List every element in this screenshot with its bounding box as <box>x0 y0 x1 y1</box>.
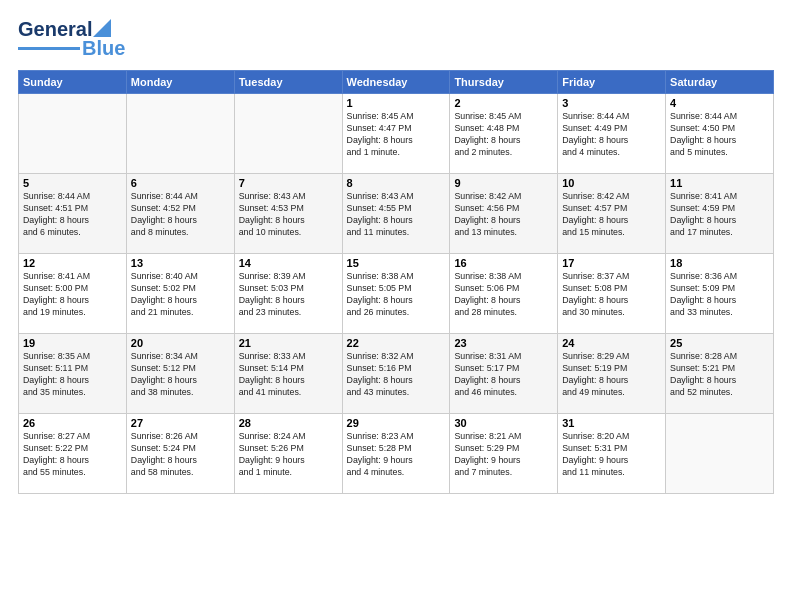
day-info: Sunrise: 8:35 AM Sunset: 5:11 PM Dayligh… <box>23 351 122 399</box>
day-info: Sunrise: 8:37 AM Sunset: 5:08 PM Dayligh… <box>562 271 661 319</box>
day-number: 2 <box>454 97 553 109</box>
calendar-cell: 12Sunrise: 8:41 AM Sunset: 5:00 PM Dayli… <box>19 254 127 334</box>
day-number: 19 <box>23 337 122 349</box>
day-number: 7 <box>239 177 338 189</box>
calendar-cell: 3Sunrise: 8:44 AM Sunset: 4:49 PM Daylig… <box>558 94 666 174</box>
calendar-cell: 9Sunrise: 8:42 AM Sunset: 4:56 PM Daylig… <box>450 174 558 254</box>
day-info: Sunrise: 8:38 AM Sunset: 5:06 PM Dayligh… <box>454 271 553 319</box>
calendar-cell: 21Sunrise: 8:33 AM Sunset: 5:14 PM Dayli… <box>234 334 342 414</box>
day-number: 31 <box>562 417 661 429</box>
day-number: 12 <box>23 257 122 269</box>
day-info: Sunrise: 8:41 AM Sunset: 4:59 PM Dayligh… <box>670 191 769 239</box>
calendar-cell: 27Sunrise: 8:26 AM Sunset: 5:24 PM Dayli… <box>126 414 234 494</box>
calendar-header-row: SundayMondayTuesdayWednesdayThursdayFrid… <box>19 71 774 94</box>
day-number: 28 <box>239 417 338 429</box>
day-info: Sunrise: 8:24 AM Sunset: 5:26 PM Dayligh… <box>239 431 338 479</box>
calendar-cell: 4Sunrise: 8:44 AM Sunset: 4:50 PM Daylig… <box>666 94 774 174</box>
day-info: Sunrise: 8:36 AM Sunset: 5:09 PM Dayligh… <box>670 271 769 319</box>
day-info: Sunrise: 8:44 AM Sunset: 4:51 PM Dayligh… <box>23 191 122 239</box>
day-info: Sunrise: 8:27 AM Sunset: 5:22 PM Dayligh… <box>23 431 122 479</box>
day-info: Sunrise: 8:44 AM Sunset: 4:49 PM Dayligh… <box>562 111 661 159</box>
day-number: 13 <box>131 257 230 269</box>
day-info: Sunrise: 8:40 AM Sunset: 5:02 PM Dayligh… <box>131 271 230 319</box>
calendar-cell: 16Sunrise: 8:38 AM Sunset: 5:06 PM Dayli… <box>450 254 558 334</box>
calendar-cell: 5Sunrise: 8:44 AM Sunset: 4:51 PM Daylig… <box>19 174 127 254</box>
day-number: 11 <box>670 177 769 189</box>
day-info: Sunrise: 8:42 AM Sunset: 4:56 PM Dayligh… <box>454 191 553 239</box>
day-number: 30 <box>454 417 553 429</box>
svg-marker-0 <box>93 19 111 37</box>
day-info: Sunrise: 8:44 AM Sunset: 4:50 PM Dayligh… <box>670 111 769 159</box>
day-info: Sunrise: 8:28 AM Sunset: 5:21 PM Dayligh… <box>670 351 769 399</box>
day-number: 18 <box>670 257 769 269</box>
day-number: 15 <box>347 257 446 269</box>
calendar-cell: 17Sunrise: 8:37 AM Sunset: 5:08 PM Dayli… <box>558 254 666 334</box>
day-number: 14 <box>239 257 338 269</box>
day-info: Sunrise: 8:23 AM Sunset: 5:28 PM Dayligh… <box>347 431 446 479</box>
calendar-cell <box>126 94 234 174</box>
calendar-cell: 20Sunrise: 8:34 AM Sunset: 5:12 PM Dayli… <box>126 334 234 414</box>
day-info: Sunrise: 8:21 AM Sunset: 5:29 PM Dayligh… <box>454 431 553 479</box>
page-header: General Blue <box>18 18 774 60</box>
day-info: Sunrise: 8:41 AM Sunset: 5:00 PM Dayligh… <box>23 271 122 319</box>
calendar-cell: 14Sunrise: 8:39 AM Sunset: 5:03 PM Dayli… <box>234 254 342 334</box>
logo-text-blue: Blue <box>82 37 125 60</box>
calendar-cell: 29Sunrise: 8:23 AM Sunset: 5:28 PM Dayli… <box>342 414 450 494</box>
calendar-cell: 11Sunrise: 8:41 AM Sunset: 4:59 PM Dayli… <box>666 174 774 254</box>
day-number: 10 <box>562 177 661 189</box>
day-info: Sunrise: 8:45 AM Sunset: 4:47 PM Dayligh… <box>347 111 446 159</box>
calendar-cell: 2Sunrise: 8:45 AM Sunset: 4:48 PM Daylig… <box>450 94 558 174</box>
day-number: 4 <box>670 97 769 109</box>
day-info: Sunrise: 8:43 AM Sunset: 4:53 PM Dayligh… <box>239 191 338 239</box>
day-number: 17 <box>562 257 661 269</box>
calendar-cell: 1Sunrise: 8:45 AM Sunset: 4:47 PM Daylig… <box>342 94 450 174</box>
day-number: 25 <box>670 337 769 349</box>
calendar-cell <box>19 94 127 174</box>
calendar-cell: 13Sunrise: 8:40 AM Sunset: 5:02 PM Dayli… <box>126 254 234 334</box>
day-info: Sunrise: 8:32 AM Sunset: 5:16 PM Dayligh… <box>347 351 446 399</box>
calendar-cell: 25Sunrise: 8:28 AM Sunset: 5:21 PM Dayli… <box>666 334 774 414</box>
logo-triangle-icon <box>93 19 111 37</box>
calendar-cell: 6Sunrise: 8:44 AM Sunset: 4:52 PM Daylig… <box>126 174 234 254</box>
day-info: Sunrise: 8:43 AM Sunset: 4:55 PM Dayligh… <box>347 191 446 239</box>
calendar-cell: 15Sunrise: 8:38 AM Sunset: 5:05 PM Dayli… <box>342 254 450 334</box>
day-info: Sunrise: 8:33 AM Sunset: 5:14 PM Dayligh… <box>239 351 338 399</box>
day-number: 24 <box>562 337 661 349</box>
calendar-cell: 26Sunrise: 8:27 AM Sunset: 5:22 PM Dayli… <box>19 414 127 494</box>
calendar-cell: 7Sunrise: 8:43 AM Sunset: 4:53 PM Daylig… <box>234 174 342 254</box>
calendar-cell: 23Sunrise: 8:31 AM Sunset: 5:17 PM Dayli… <box>450 334 558 414</box>
day-number: 29 <box>347 417 446 429</box>
calendar-cell: 30Sunrise: 8:21 AM Sunset: 5:29 PM Dayli… <box>450 414 558 494</box>
weekday-header-friday: Friday <box>558 71 666 94</box>
calendar-cell: 19Sunrise: 8:35 AM Sunset: 5:11 PM Dayli… <box>19 334 127 414</box>
weekday-header-sunday: Sunday <box>19 71 127 94</box>
day-number: 5 <box>23 177 122 189</box>
calendar-cell: 31Sunrise: 8:20 AM Sunset: 5:31 PM Dayli… <box>558 414 666 494</box>
day-info: Sunrise: 8:20 AM Sunset: 5:31 PM Dayligh… <box>562 431 661 479</box>
calendar-cell <box>666 414 774 494</box>
day-info: Sunrise: 8:26 AM Sunset: 5:24 PM Dayligh… <box>131 431 230 479</box>
day-info: Sunrise: 8:29 AM Sunset: 5:19 PM Dayligh… <box>562 351 661 399</box>
day-number: 1 <box>347 97 446 109</box>
day-number: 16 <box>454 257 553 269</box>
calendar-cell: 24Sunrise: 8:29 AM Sunset: 5:19 PM Dayli… <box>558 334 666 414</box>
day-number: 3 <box>562 97 661 109</box>
logo: General Blue <box>18 18 125 60</box>
day-number: 23 <box>454 337 553 349</box>
day-number: 26 <box>23 417 122 429</box>
weekday-header-monday: Monday <box>126 71 234 94</box>
calendar-cell: 8Sunrise: 8:43 AM Sunset: 4:55 PM Daylig… <box>342 174 450 254</box>
weekday-header-tuesday: Tuesday <box>234 71 342 94</box>
day-number: 27 <box>131 417 230 429</box>
day-number: 20 <box>131 337 230 349</box>
weekday-header-wednesday: Wednesday <box>342 71 450 94</box>
day-number: 21 <box>239 337 338 349</box>
calendar-cell: 18Sunrise: 8:36 AM Sunset: 5:09 PM Dayli… <box>666 254 774 334</box>
calendar-cell: 28Sunrise: 8:24 AM Sunset: 5:26 PM Dayli… <box>234 414 342 494</box>
day-info: Sunrise: 8:42 AM Sunset: 4:57 PM Dayligh… <box>562 191 661 239</box>
day-number: 6 <box>131 177 230 189</box>
day-number: 22 <box>347 337 446 349</box>
calendar-cell: 10Sunrise: 8:42 AM Sunset: 4:57 PM Dayli… <box>558 174 666 254</box>
day-info: Sunrise: 8:38 AM Sunset: 5:05 PM Dayligh… <box>347 271 446 319</box>
weekday-header-saturday: Saturday <box>666 71 774 94</box>
